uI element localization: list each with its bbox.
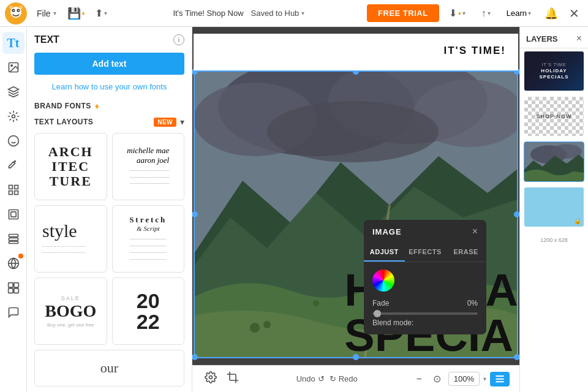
topbar: File ▾ 💾 ♦ ⬆ ▾ It's Time! Shop Now Saved… bbox=[0, 0, 588, 27]
sidebar-item-layers[interactable] bbox=[2, 228, 24, 250]
logo[interactable] bbox=[5, 2, 27, 24]
image-panel-tabs: ADJUST EFFECTS ERASE bbox=[364, 243, 486, 262]
file-menu[interactable]: File ▾ bbox=[32, 6, 61, 21]
topbar-center: It's Time! Shop Now Saved to Hub ▾ bbox=[113, 9, 364, 18]
bottom-bar: Undo ↺ ↻ Redo − ⊙ 100% ▾ bbox=[192, 365, 519, 392]
our-text: our bbox=[100, 360, 118, 376]
blend-mode-row: Blend mode: bbox=[372, 318, 478, 327]
icon-sidebar: Tt bbox=[0, 27, 27, 392]
sidebar-item-graphics[interactable] bbox=[2, 81, 24, 103]
svg-rect-27 bbox=[8, 288, 13, 293]
bottom-center: Undo ↺ ↻ Redo bbox=[296, 374, 358, 383]
upload-button[interactable]: ⬆ ▾ bbox=[91, 5, 111, 21]
free-trial-button[interactable]: FREE TRIAL bbox=[367, 4, 439, 22]
stretch-content: Stretch & Script ───────────────────────… bbox=[129, 215, 167, 263]
settings-icon[interactable] bbox=[202, 369, 219, 389]
fade-value: 0% bbox=[467, 299, 478, 307]
layout-card-year[interactable]: 2022 bbox=[112, 277, 185, 345]
save-button[interactable]: 💾 ♦ bbox=[64, 4, 89, 23]
download-button[interactable]: ⬇ ♦ ▾ bbox=[443, 4, 472, 23]
layers-toggle-button[interactable] bbox=[490, 372, 510, 386]
sidebar-item-comments[interactable] bbox=[2, 301, 24, 323]
zoom-chevron-icon: ▾ bbox=[483, 375, 486, 382]
download-chevron-icon: ▾ bbox=[462, 10, 466, 17]
bogo-sub: Buy one, get one free bbox=[45, 322, 96, 328]
share-icon: ↑ bbox=[481, 8, 486, 19]
layout-card-bogo[interactable]: SALE BOGO Buy one, get one free bbox=[34, 277, 107, 345]
layer-item-landscape[interactable] bbox=[524, 141, 584, 182]
layout-grid: ARCHITECTURE michelle mae aaron joel ───… bbox=[34, 133, 184, 345]
fade-slider-thumb[interactable] bbox=[374, 310, 381, 317]
sidebar-item-photos[interactable] bbox=[2, 56, 24, 78]
crop-icon[interactable] bbox=[224, 369, 241, 389]
undo-button[interactable]: Undo ↺ bbox=[296, 374, 325, 383]
extra-layouts: our bbox=[34, 350, 184, 386]
layer-item-transparent[interactable]: SHOP NOW bbox=[524, 96, 584, 137]
tab-effects[interactable]: EFFECTS bbox=[405, 243, 446, 262]
fade-label: Fade bbox=[372, 299, 389, 307]
canvas-size-label: 1200 x 628 bbox=[540, 237, 568, 243]
layer-thumb-text-content: IT'S TIME HOLIDAYSPECIALS bbox=[538, 61, 570, 81]
save-premium-icon: ♦ bbox=[82, 10, 85, 17]
redo-button[interactable]: ↻ Redo bbox=[330, 374, 358, 383]
layout-card-stretch[interactable]: Stretch & Script ───────────────────────… bbox=[112, 205, 185, 273]
canvas-top-area: IT'S TIME! bbox=[194, 34, 518, 70]
zoom-out-button[interactable]: − bbox=[412, 372, 425, 386]
bottom-right: − ⊙ 100% ▾ bbox=[412, 372, 510, 386]
svg-point-9 bbox=[10, 65, 12, 67]
project-title[interactable]: It's Time! Shop Now bbox=[173, 9, 243, 18]
svg-point-37 bbox=[313, 300, 319, 306]
zoom-display[interactable]: 100% bbox=[448, 372, 480, 386]
stretch-lines: ────────────────────────────────────────… bbox=[129, 236, 167, 263]
learn-label: Learn bbox=[507, 9, 527, 18]
info-icon[interactable]: i bbox=[173, 34, 184, 45]
svg-rect-21 bbox=[9, 238, 18, 240]
color-wheel[interactable] bbox=[372, 270, 394, 292]
sidebar-item-apps[interactable] bbox=[2, 277, 24, 299]
save-status[interactable]: Saved to Hub ▾ bbox=[251, 9, 305, 18]
add-text-button[interactable]: Add text bbox=[34, 53, 184, 75]
layer-item-text[interactable]: IT'S TIME HOLIDAYSPECIALS bbox=[524, 51, 584, 91]
notifications-button[interactable]: 🔔 bbox=[541, 4, 562, 23]
layout-card-elegant[interactable]: michelle mae aaron joel ────────────────… bbox=[112, 133, 185, 200]
sidebar-item-text[interactable]: Tt bbox=[2, 32, 24, 54]
layer-thumb-transparent: SHOP NOW bbox=[524, 97, 584, 136]
canvas-area[interactable]: IT'S TIME! bbox=[192, 27, 519, 365]
style-text: style bbox=[42, 222, 77, 240]
learn-fonts-link[interactable]: Learn how to use your own fonts bbox=[34, 82, 184, 91]
layer-item-color[interactable]: 🔒 bbox=[524, 187, 584, 227]
save-icon: 💾 bbox=[67, 7, 81, 20]
layout-card-our[interactable]: our bbox=[34, 350, 184, 386]
style-subtext: ──────────────────────── bbox=[42, 244, 86, 257]
layout-card-arch[interactable]: ARCHITECTURE bbox=[34, 133, 107, 200]
svg-rect-20 bbox=[9, 235, 18, 237]
close-button[interactable]: ✕ bbox=[565, 4, 583, 23]
elegant-text: michelle mae aaron joel ────────────────… bbox=[127, 146, 169, 187]
svg-rect-42 bbox=[496, 381, 503, 382]
sidebar-item-magic[interactable] bbox=[2, 154, 24, 176]
svg-rect-16 bbox=[9, 191, 12, 195]
learn-button[interactable]: Learn ▾ bbox=[500, 5, 537, 21]
sidebar-item-face[interactable] bbox=[2, 130, 24, 152]
layer-transparent-text: SHOP NOW bbox=[534, 111, 575, 122]
image-panel-close-button[interactable]: × bbox=[472, 226, 478, 237]
undo-label: Undo bbox=[296, 374, 315, 383]
sidebar-item-grid[interactable] bbox=[2, 179, 24, 201]
text-layouts-collapse-icon[interactable]: ▾ bbox=[180, 117, 184, 127]
fade-slider[interactable] bbox=[372, 312, 478, 315]
sidebar-item-frames[interactable] bbox=[2, 203, 24, 225]
blend-mode-label: Blend mode: bbox=[372, 318, 413, 327]
tab-erase[interactable]: ERASE bbox=[445, 243, 486, 262]
tab-adjust[interactable]: ADJUST bbox=[364, 243, 405, 262]
share-button[interactable]: ↑ ▾ bbox=[475, 4, 497, 23]
layers-panel: LAYERS × IT'S TIME HOLIDAYSPECIALS SHOP … bbox=[519, 27, 588, 392]
layout-card-style[interactable]: style ──────────────────────── bbox=[34, 205, 107, 273]
sidebar-item-elements[interactable] bbox=[2, 105, 24, 127]
sidebar-item-brand[interactable] bbox=[2, 252, 24, 274]
svg-point-36 bbox=[263, 321, 271, 328]
brand-badge bbox=[18, 254, 23, 258]
layers-close-button[interactable]: × bbox=[576, 33, 582, 44]
zoom-fit-button[interactable]: ⊙ bbox=[429, 372, 445, 386]
saved-to-hub-label: Saved to Hub bbox=[251, 9, 300, 18]
share-chevron-icon: ▾ bbox=[488, 10, 491, 17]
